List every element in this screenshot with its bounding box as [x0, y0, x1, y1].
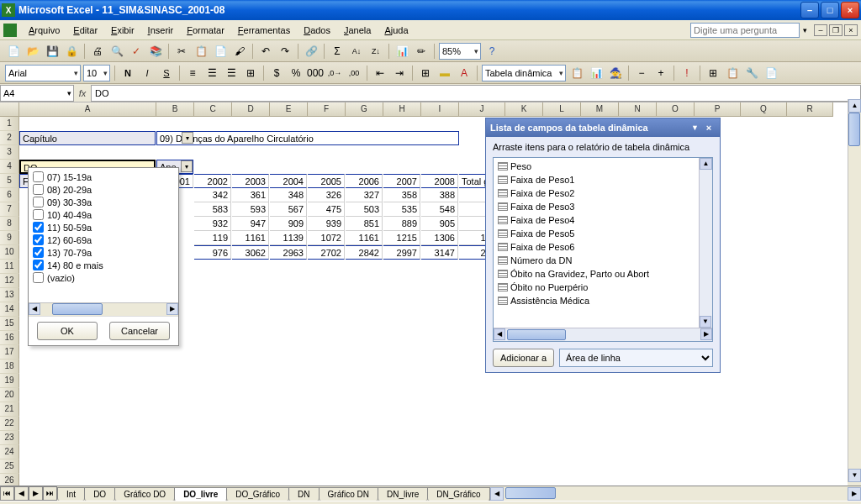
cell[interactable]: 567 [270, 202, 307, 217]
field-item[interactable]: Faixa de Peso4 [495, 213, 710, 227]
fieldlist-scroll-down[interactable]: ▼ [700, 316, 711, 328]
field-item[interactable]: Faixa de Peso3 [495, 200, 710, 213]
tab-nav-next[interactable]: ▶ [29, 486, 43, 501]
cell[interactable]: 2006 [346, 174, 383, 188]
filter-scroll-right[interactable]: ▶ [166, 303, 178, 315]
cell[interactable]: 388 [421, 188, 458, 202]
fieldlist-add-button[interactable]: Adicionar a [493, 349, 554, 367]
fieldlist-hscroll[interactable]: ◀ ▶ [494, 328, 712, 341]
sheet-tab[interactable]: DN_Gráfico [427, 487, 489, 501]
menu-editar[interactable]: Editar [66, 24, 104, 37]
row-header-20[interactable]: 20 [0, 388, 19, 402]
row-header-12[interactable]: 12 [0, 274, 19, 288]
underline-button[interactable]: S [158, 65, 175, 81]
cell[interactable]: 2007 [383, 174, 420, 188]
filter-item[interactable]: 08) 20-29a [31, 183, 176, 196]
column-header-E[interactable]: E [270, 102, 308, 117]
column-header-P[interactable]: P [695, 102, 741, 117]
menu-arquivo[interactable]: Arquivo [22, 24, 66, 37]
row-header-16[interactable]: 16 [0, 331, 19, 345]
filter-checkbox[interactable] [33, 197, 44, 207]
column-header-M[interactable]: M [581, 102, 619, 117]
fieldlist-scroll-left[interactable]: ◀ [494, 328, 505, 340]
row-header-9[interactable]: 9 [0, 231, 19, 245]
currency-button[interactable]: $ [268, 65, 285, 81]
decrease-decimal-button[interactable]: ,00 [346, 65, 362, 81]
column-header-G[interactable]: G [346, 102, 383, 117]
column-header-C[interactable]: C [194, 102, 232, 117]
filter-scroll-left[interactable]: ◀ [29, 303, 40, 315]
borders-button[interactable]: ⊞ [417, 65, 434, 81]
filter-item[interactable]: 07) 15-19a [31, 171, 176, 183]
cell[interactable]: 2842 [346, 245, 383, 260]
align-right-button[interactable]: ☰ [223, 65, 240, 81]
cell[interactable]: 1306 [421, 231, 458, 245]
cell[interactable]: 1215 [383, 231, 420, 245]
cell[interactable]: 503 [346, 202, 383, 217]
cell[interactable]: 2003 [232, 174, 269, 188]
menu-ajuda[interactable]: Ajuda [378, 24, 415, 37]
pivot-format-button[interactable]: 📋 [568, 65, 585, 81]
filter-item[interactable]: 13) 70-79a [31, 246, 176, 259]
row-header-19[interactable]: 19 [0, 374, 19, 388]
pivot-column-dropdown[interactable]: ▾ [181, 160, 193, 172]
open-button[interactable]: 📂 [24, 43, 41, 60]
column-header-I[interactable]: I [421, 102, 459, 117]
row-header-4[interactable]: 4 [0, 160, 19, 174]
font-combo[interactable]: Arial [5, 65, 81, 81]
pivot-wizard-button[interactable]: 🧙 [607, 65, 624, 81]
hscroll-left[interactable]: ◀ [490, 487, 504, 501]
row-header-13[interactable]: 13 [0, 288, 19, 302]
drawing-button[interactable]: ✏ [413, 43, 430, 60]
sheet-tab[interactable]: Int [57, 487, 85, 501]
hscroll-right[interactable]: ▶ [848, 487, 861, 501]
row-header-10[interactable]: 10 [0, 245, 19, 260]
cell[interactable]: 2002 [194, 174, 231, 188]
sort-desc-button[interactable]: Z↓ [367, 43, 384, 60]
row-header-17[interactable]: 17 [0, 345, 19, 360]
cell[interactable]: 939 [308, 217, 345, 231]
format-painter-button[interactable]: 🖌 [231, 43, 248, 60]
filter-ok-button[interactable]: OK [37, 322, 98, 340]
cell[interactable]: 2963 [270, 245, 307, 260]
redo-button[interactable]: ↷ [277, 43, 293, 60]
cell[interactable]: 326 [308, 188, 345, 202]
column-header-K[interactable]: K [505, 102, 543, 117]
field-item[interactable]: Óbito no Puerpério [495, 281, 710, 294]
sheet-tab[interactable]: Gráfico DN [319, 487, 378, 501]
cell[interactable]: 947 [232, 217, 269, 231]
cell[interactable]: 2997 [383, 245, 420, 260]
fontsize-combo[interactable]: 10 [83, 65, 110, 81]
cell[interactable]: 3062 [232, 245, 269, 260]
filter-item[interactable]: 14) 80 e mais [31, 259, 176, 271]
cell[interactable]: 348 [270, 188, 307, 202]
filter-checkbox[interactable] [33, 209, 44, 220]
align-left-button[interactable]: ≡ [184, 65, 201, 81]
row-header-15[interactable]: 15 [0, 317, 19, 331]
filter-checkbox[interactable] [33, 260, 44, 270]
cell[interactable]: 2702 [308, 245, 345, 260]
fieldlist-dropdown-icon[interactable]: ▼ [691, 123, 699, 132]
tab-nav-prev[interactable]: ◀ [14, 486, 29, 501]
row-header-11[interactable]: 11 [0, 260, 19, 274]
field-settings-button[interactable]: ⊞ [705, 65, 721, 81]
bold-button[interactable]: N [119, 65, 136, 81]
column-header-B[interactable]: B [156, 102, 194, 117]
copy-button[interactable]: 📋 [193, 43, 209, 60]
cell[interactable]: 1072 [308, 231, 345, 245]
cell[interactable]: 358 [383, 188, 420, 202]
row-header-7[interactable]: 7 [0, 202, 19, 217]
sort-asc-button[interactable]: A↓ [348, 43, 365, 60]
cell[interactable]: 583 [194, 202, 231, 217]
filter-item[interactable]: (vazio) [31, 271, 176, 284]
hscroll-thumb[interactable] [505, 487, 556, 499]
row-header-22[interactable]: 22 [0, 417, 19, 431]
row-header-14[interactable]: 14 [0, 302, 19, 317]
cell[interactable]: 976 [194, 245, 231, 260]
filter-checkbox[interactable] [33, 272, 44, 283]
increase-indent-button[interactable]: ⇥ [391, 65, 408, 81]
cell[interactable]: 909 [270, 217, 307, 231]
filter-item[interactable]: 09) 30-39a [31, 196, 176, 208]
row-header-3[interactable]: 3 [0, 145, 19, 160]
cell[interactable]: 889 [383, 217, 420, 231]
